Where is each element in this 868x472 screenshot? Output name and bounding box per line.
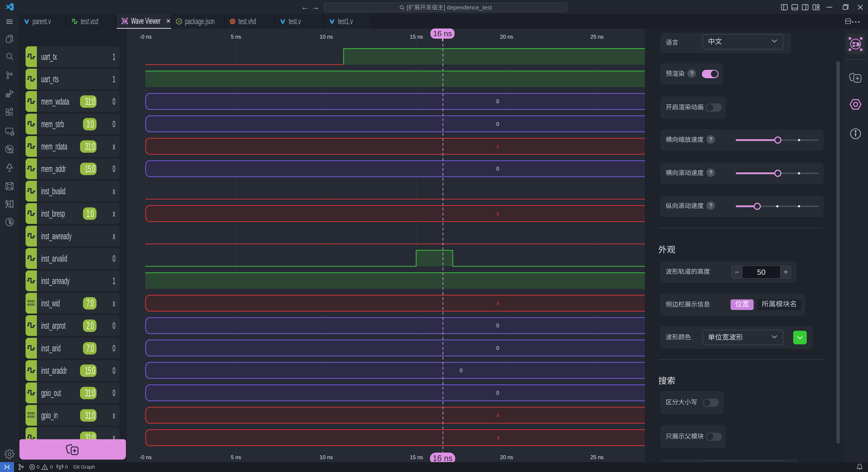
svg-text:JS: JS [178,20,181,23]
svg-text:0: 0 [460,368,463,374]
svg-text:x: x [496,300,499,306]
svg-text:0: 0 [496,345,499,351]
svg-text:x: x [496,211,499,216]
svg-text:x: x [496,412,499,418]
svg-text:0: 0 [496,121,499,127]
svg-text:0: 0 [496,390,499,396]
svg-text:x: x [496,144,499,149]
svg-text:0: 0 [496,98,499,104]
svg-text:0: 0 [496,166,499,172]
svg-text:0: 0 [496,323,499,328]
svg-text:x: x [497,435,500,441]
